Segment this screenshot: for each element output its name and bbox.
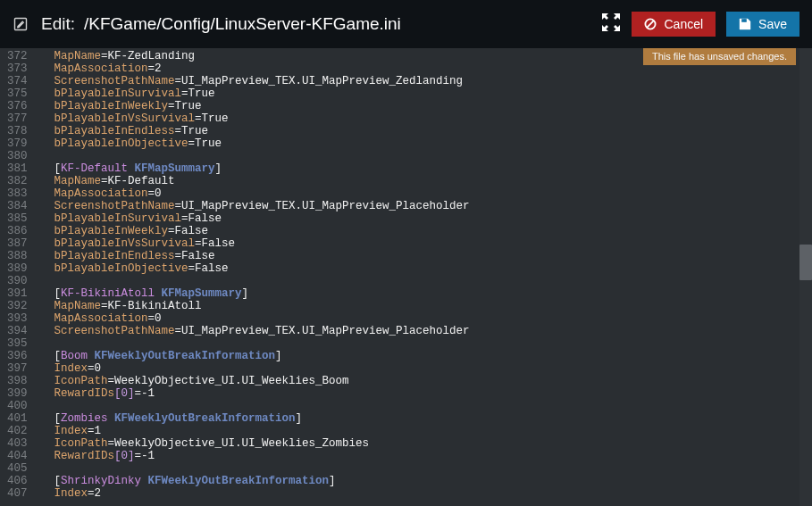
edit-icon: [13, 16, 29, 32]
line-number: 405: [7, 462, 28, 475]
line-number: 372: [7, 50, 28, 62]
fullscreen-icon[interactable]: [601, 12, 621, 36]
line-number: 406: [7, 475, 28, 487]
code-line[interactable]: bPlayableInObjective=False: [54, 262, 812, 275]
code-line[interactable]: [54, 275, 812, 287]
line-number: 396: [7, 350, 28, 362]
line-number: 392: [7, 300, 28, 312]
code-line[interactable]: ScreenshotPathName=UI_MapPreview_TEX.UI_…: [54, 200, 812, 212]
code-line[interactable]: RewardIDs[0]=-1: [54, 387, 812, 400]
code-line[interactable]: IconPath=WeeklyObjective_UI.UI_Weeklies_…: [54, 375, 812, 387]
header-actions: Cancel Save: [601, 12, 799, 37]
line-number: 378: [7, 125, 28, 137]
code-line[interactable]: bPlayableInWeekly=True: [54, 100, 812, 112]
save-label: Save: [758, 17, 787, 31]
line-number: 403: [7, 437, 28, 450]
code-line[interactable]: [KF-Default KFMapSummary]: [54, 162, 812, 175]
save-button[interactable]: Save: [726, 12, 799, 37]
code-line[interactable]: bPlayableInObjective=True: [54, 137, 812, 150]
cancel-button[interactable]: Cancel: [632, 12, 716, 37]
line-number: 376: [7, 100, 28, 112]
code-line[interactable]: [54, 462, 812, 475]
line-number: 383: [7, 187, 28, 200]
code-line[interactable]: bPlayableInSurvival=False: [54, 212, 812, 225]
code-line[interactable]: Index=1: [54, 425, 812, 437]
line-number: 385: [7, 212, 28, 225]
line-number: 394: [7, 325, 28, 337]
line-number-gutter: 3723733743753763773783793803813823833843…: [0, 48, 37, 506]
code-line[interactable]: [54, 400, 812, 412]
code-line[interactable]: [54, 337, 812, 350]
svg-rect-3: [744, 20, 746, 22]
code-line[interactable]: bPlayableInEndless=False: [54, 250, 812, 262]
line-number: 400: [7, 400, 28, 412]
title-area: Edit: /KFGame/Config/LinuxServer-KFGame.…: [41, 14, 589, 34]
code-editor[interactable]: 3723733743753763773783793803813823833843…: [0, 48, 812, 506]
line-number: 382: [7, 175, 28, 187]
code-line[interactable]: [Boom KFWeeklyOutBreakInformation]: [54, 350, 812, 362]
line-number: 395: [7, 337, 28, 350]
line-number: 380: [7, 150, 28, 162]
code-line[interactable]: Index=0: [54, 362, 812, 375]
code-line[interactable]: MapName=KF-BikiniAtoll: [54, 300, 812, 312]
floppy-icon: [739, 18, 751, 30]
line-number: 377: [7, 112, 28, 125]
code-line[interactable]: MapAssociation=0: [54, 312, 812, 325]
code-line[interactable]: Index=2: [54, 487, 812, 500]
code-line[interactable]: bPlayableInWeekly=False: [54, 225, 812, 237]
line-number: 399: [7, 387, 28, 400]
scrollbar-thumb[interactable]: [799, 245, 812, 280]
line-number: 373: [7, 62, 28, 75]
cancel-label: Cancel: [664, 17, 703, 31]
line-number: 391: [7, 287, 28, 300]
svg-line-2: [648, 21, 655, 28]
code-line[interactable]: bPlayableInEndless=True: [54, 125, 812, 137]
scrollbar-track[interactable]: [799, 48, 812, 506]
code-line[interactable]: MapAssociation=0: [54, 187, 812, 200]
line-number: 404: [7, 450, 28, 462]
code-line[interactable]: RewardIDs[0]=-1: [54, 450, 812, 462]
line-number: 402: [7, 425, 28, 437]
prohibit-icon: [644, 18, 657, 30]
line-number: 375: [7, 87, 28, 100]
line-number: 379: [7, 137, 28, 150]
line-number: 401: [7, 412, 28, 425]
code-line[interactable]: MapName=KF-Default: [54, 175, 812, 187]
line-number: 386: [7, 225, 28, 237]
line-number: 384: [7, 200, 28, 212]
line-number: 389: [7, 262, 28, 275]
line-number: 407: [7, 487, 28, 500]
code-line[interactable]: [KF-BikiniAtoll KFMapSummary]: [54, 287, 812, 300]
file-path: /KFGame/Config/LinuxServer-KFGame.ini: [84, 14, 401, 34]
unsaved-banner: This file has unsaved changes.: [643, 48, 796, 65]
code-line[interactable]: [54, 150, 812, 162]
editor-wrapper: This file has unsaved changes. 372373374…: [0, 48, 812, 506]
line-number: 387: [7, 237, 28, 250]
line-number: 374: [7, 75, 28, 87]
line-number: 393: [7, 312, 28, 325]
code-line[interactable]: ScreenshotPathName=UI_MapPreview_TEX.UI_…: [54, 325, 812, 337]
code-line[interactable]: bPlayableInVsSurvival=True: [54, 112, 812, 125]
code-line[interactable]: [Zombies KFWeeklyOutBreakInformation]: [54, 412, 812, 425]
code-line[interactable]: bPlayableInVsSurvival=False: [54, 237, 812, 250]
line-number: 398: [7, 375, 28, 387]
code-line[interactable]: IconPath=WeeklyObjective_UI.UI_Weeklies_…: [54, 437, 812, 450]
code-line[interactable]: bPlayableInSurvival=True: [54, 87, 812, 100]
line-number: 381: [7, 162, 28, 175]
editor-header: Edit: /KFGame/Config/LinuxServer-KFGame.…: [0, 0, 812, 48]
code-content[interactable]: MapName=KF-ZedLandingMapAssociation=2Scr…: [37, 48, 812, 506]
code-line[interactable]: ScreenshotPathName=UI_MapPreview_TEX.UI_…: [54, 75, 812, 87]
line-number: 397: [7, 362, 28, 375]
edit-label: Edit:: [41, 14, 75, 34]
line-number: 388: [7, 250, 28, 262]
line-number: 390: [7, 275, 28, 287]
code-line[interactable]: [ShrinkyDinky KFWeeklyOutBreakInformatio…: [54, 475, 812, 487]
